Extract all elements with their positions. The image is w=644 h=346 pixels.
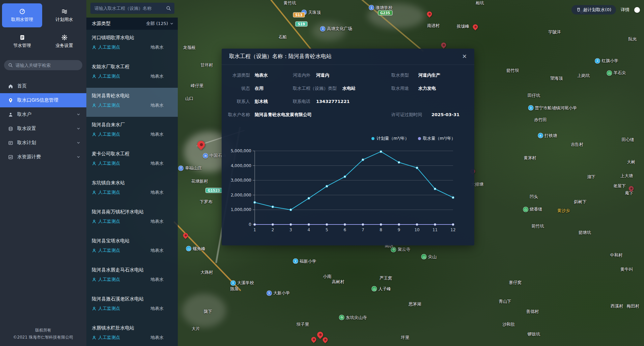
map-pin-icon[interactable] xyxy=(321,336,329,343)
chev-icon xyxy=(76,112,81,116)
launcher-tile-2[interactable]: 计划用水 xyxy=(44,3,84,27)
copyright: 版权所有 ©2021 珠海市仁智科技有限公司 xyxy=(0,327,86,346)
station-search[interactable] xyxy=(90,3,174,14)
water-source-type: 地表水 xyxy=(150,73,172,79)
station-search-input[interactable] xyxy=(94,6,166,11)
sidebar-item-5[interactable]: 取水计划 xyxy=(0,136,86,150)
chev-icon xyxy=(76,141,81,145)
svg-text:9: 9 xyxy=(398,228,400,232)
detail-row: 水源类型地表水河道内外河道内取水类型河道内生产 xyxy=(222,70,474,83)
station-list-header: 水源类型 全部 (125) xyxy=(86,18,178,30)
water-source-type: 地表水 xyxy=(150,276,172,283)
map-label: 前竹坑 xyxy=(531,223,544,229)
copyright-line2: ©2021 珠海市仁智科技有限公司 xyxy=(0,334,86,341)
menu-label: 取水设置 xyxy=(17,126,36,132)
sidebar-item-2[interactable]: 取水口GIS信息管理 xyxy=(0,93,86,107)
menu-label: 取水计划 xyxy=(17,140,36,146)
legend-item[interactable]: 取水量（m³/年） xyxy=(418,136,455,141)
map-poi-icon: 文 xyxy=(595,58,600,63)
close-icon[interactable]: ✕ xyxy=(462,54,467,59)
station-list-item[interactable]: 麦卡公司取水工程人工监测点地表水 xyxy=(86,146,178,175)
svg-text:10: 10 xyxy=(414,228,419,232)
map-label: 赤竹田 xyxy=(534,117,547,123)
map-label: 阮光 xyxy=(628,36,637,42)
topbar-right: 超计划取水(0) 详情 xyxy=(571,5,640,15)
sidebar-item-6[interactable]: 水资源计费 xyxy=(0,150,86,164)
svg-text:8: 8 xyxy=(380,228,382,232)
map-label: 上大塘 xyxy=(620,173,633,179)
detail-field: 水源类型地表水 xyxy=(226,72,268,78)
detail-toggle[interactable] xyxy=(634,7,640,13)
person-icon xyxy=(92,248,96,253)
svg-text:4: 4 xyxy=(308,228,310,232)
map-pin-icon[interactable] xyxy=(440,42,447,49)
menu-label: 取水户 xyxy=(17,111,31,117)
sidebar-item-1[interactable]: 首页 xyxy=(0,79,86,93)
station-list-item[interactable]: 陆河县南万镇杞洋水电站人工监测点地表水 xyxy=(86,204,178,233)
station-list-item[interactable]: 陆河县宝塔水电站人工监测点地表水 xyxy=(86,233,178,262)
station-list-item[interactable]: 东坑镇自来水站人工监测点地表水 xyxy=(86,175,178,204)
monthly-water-chart: 01,000,0002,000,0003,000,0004,000,0005,0… xyxy=(224,142,460,239)
map-label: 黄茅村 xyxy=(524,155,536,161)
launcher-tile-4[interactable]: 业务设置 xyxy=(44,29,84,53)
map-poi-icon: 庄 xyxy=(178,165,184,171)
station-list-item[interactable]: 陆河县青砼水电站人工监测点地表水 xyxy=(86,88,178,117)
sidebar-search[interactable] xyxy=(4,60,82,70)
launcher-tile-1[interactable]: 取用水管理 xyxy=(2,3,42,27)
map-label: 山口 xyxy=(185,96,194,102)
monitor-type: 人工监测点 xyxy=(92,218,120,224)
svg-text:12: 12 xyxy=(450,228,455,232)
map-poi-icon: 山 xyxy=(523,207,528,212)
sidebar-item-3[interactable]: 取水户 xyxy=(0,107,86,122)
map-poi-icon: 水 xyxy=(538,133,543,138)
map-label: 山螺角峰 xyxy=(186,246,206,251)
person-icon xyxy=(92,45,96,50)
legend-label: 取水量（m³/年） xyxy=(423,136,455,141)
station-list-item[interactable]: 水唇镇水栏肚水电站人工监测点地表水 xyxy=(86,320,178,346)
person-icon xyxy=(92,277,96,282)
station-list-item[interactable]: 陆河县水唇走马石水电站人工监测点地表水 xyxy=(86,262,178,291)
legend-item[interactable]: 计划量（m³/年） xyxy=(371,136,409,141)
over-plan-alert-button[interactable]: 超计划取水(0) xyxy=(571,5,616,15)
map-poi-icon: 文 xyxy=(320,26,326,31)
field-value: 水电站 xyxy=(342,85,356,91)
station-list-item[interactable]: 陆河县激石溪老区水电站人工监测点地表水 xyxy=(86,291,178,320)
station-list-item[interactable]: 友能水厂取水工程人工监测点地表水 xyxy=(86,59,178,88)
road-badge: G1523 xyxy=(205,188,222,193)
map-label: 坝子里 xyxy=(296,322,309,327)
station-list-item[interactable]: 陆河县自来水厂人工监测点地表水 xyxy=(86,117,178,146)
map-label: 甘坪村 xyxy=(200,62,213,68)
detail-field: 取水类型河道内生产 xyxy=(391,72,440,78)
map-label: 溜下 xyxy=(587,174,595,180)
station-name: 陆河县激石溪老区水电站 xyxy=(92,296,172,302)
sidebar-search-input[interactable] xyxy=(16,63,78,68)
map-pin-icon[interactable] xyxy=(426,10,433,18)
map-label: 黄竹坑 xyxy=(283,0,296,6)
detail-field: 取水工程（设施）类型水电站 xyxy=(293,85,356,91)
water-type-filter[interactable]: 全部 (125) xyxy=(146,21,174,27)
map-label: 寨仔窝 xyxy=(509,280,522,286)
map-pin-icon[interactable] xyxy=(472,23,479,30)
home-icon xyxy=(8,84,13,89)
station-name: 东坑镇自来水站 xyxy=(92,180,172,186)
map-poi-icon: 山 xyxy=(607,70,612,76)
map-pin-icon[interactable] xyxy=(182,232,189,239)
map-pin-icon[interactable] xyxy=(310,336,317,343)
user-icon xyxy=(8,112,13,117)
map-label: 石船 xyxy=(279,34,287,40)
station-panel: 水源类型 全部 (125) 河口镇唱歌潭水电站人工监测点地表水友能水厂取水工程人… xyxy=(86,0,178,346)
monitor-type: 人工监测点 xyxy=(92,276,120,283)
monitor-type: 人工监测点 xyxy=(92,305,120,312)
map-poi-icon: 文 xyxy=(528,105,533,111)
sidebar-item-4[interactable]: 取水设置 xyxy=(0,122,86,136)
map-label: 文大溪学校 xyxy=(230,280,254,286)
water-source-type: 地表水 xyxy=(150,218,172,224)
person-icon xyxy=(92,161,96,166)
map-label: 黄牛叫 xyxy=(620,267,633,272)
launcher-tile-3[interactable]: 节水管理 xyxy=(2,29,42,53)
search-icon[interactable] xyxy=(166,6,171,11)
station-list-item[interactable]: 河口镇唱歌潭水电站人工监测点地表水 xyxy=(86,30,178,59)
legend-dot xyxy=(371,137,374,140)
water-source-type: 地表水 xyxy=(150,335,172,341)
station-list[interactable]: 河口镇唱歌潭水电站人工监测点地表水友能水厂取水工程人工监测点地表水陆河县青砼水电… xyxy=(86,30,178,346)
